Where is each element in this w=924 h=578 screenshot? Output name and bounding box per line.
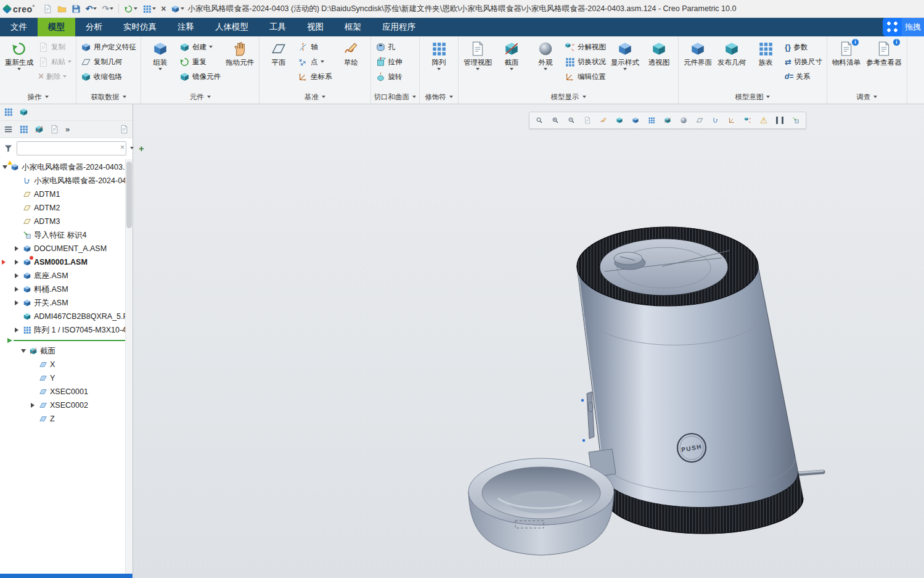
- bom-button[interactable]: 物料清单: [830, 38, 862, 67]
- insert-here-locator[interactable]: [7, 338, 129, 343]
- group-label-datum[interactable]: 基准: [263, 91, 367, 103]
- tab-analysis[interactable]: 分析: [75, 17, 113, 36]
- tree-item[interactable]: ADTM1: [0, 188, 133, 201]
- hole-button[interactable]: 孔: [374, 41, 404, 52]
- mirror-component-button[interactable]: 镜像元件: [178, 71, 222, 82]
- group-label-model-display[interactable]: 模型显示: [462, 91, 675, 103]
- datum-display-button[interactable]: [692, 114, 707, 127]
- tree-item[interactable]: Y: [0, 371, 133, 385]
- switch-status-button[interactable]: 切换状况: [563, 56, 607, 67]
- copy-button[interactable]: 复制: [37, 41, 73, 52]
- collapse-arrow-icon[interactable]: [2, 165, 8, 170]
- group-label-cut-surface[interactable]: 切口和曲面: [374, 91, 417, 103]
- drag-tool-widget[interactable]: 拖拽: [883, 17, 924, 36]
- saved-orientations-button[interactable]: [644, 114, 659, 127]
- sketch-button[interactable]: 草绘: [335, 38, 367, 67]
- manage-views-button[interactable]: 管理视图: [462, 38, 494, 70]
- reference-viewer-button[interactable]: 参考查看器: [864, 38, 904, 67]
- tab-manikin[interactable]: 人体模型: [205, 17, 259, 36]
- perspective-button[interactable]: 透视图: [643, 38, 675, 67]
- csys-button[interactable]: 坐标系: [296, 71, 333, 82]
- extrude-button[interactable]: 拉伸: [374, 56, 404, 67]
- tab-tools[interactable]: 工具: [259, 17, 296, 36]
- scrollbar-thumb[interactable]: [126, 162, 132, 228]
- expand-arrow-icon[interactable]: [15, 300, 20, 306]
- revolve-button[interactable]: 旋转: [374, 71, 404, 82]
- family-table-button[interactable]: 族表: [750, 38, 782, 67]
- create-component-button[interactable]: 创建: [178, 41, 222, 52]
- folder-browser-button[interactable]: [18, 106, 30, 118]
- warnings-button[interactable]: [756, 114, 771, 127]
- tab-framework[interactable]: 框架: [334, 17, 372, 36]
- tree-item[interactable]: XSEC0002: [0, 398, 133, 412]
- perspective-button[interactable]: [628, 114, 643, 127]
- model-3d-scene[interactable]: PUSH: [133, 104, 924, 578]
- assemble-button[interactable]: 组装: [144, 38, 176, 70]
- tree-item[interactable]: DOCUMENT_A.ASM: [0, 242, 133, 255]
- filter-button[interactable]: [2, 142, 14, 154]
- group-label-operations[interactable]: 操作: [3, 91, 73, 103]
- zoom-out-button[interactable]: [564, 114, 579, 127]
- regenerate-quick-button[interactable]: [122, 3, 139, 15]
- save-button[interactable]: [70, 3, 83, 15]
- tree-item[interactable]: ADTM3: [0, 215, 133, 228]
- drag-tool-label[interactable]: 拖拽: [902, 17, 924, 36]
- expand-arrow-icon[interactable]: [15, 287, 20, 292]
- refit-button[interactable]: [580, 114, 595, 127]
- collapse-arrow-icon[interactable]: [21, 349, 27, 354]
- parameters-button[interactable]: 参数: [783, 41, 824, 52]
- tree-item[interactable]: 开关.ASM: [0, 296, 133, 310]
- group-label-model-intent[interactable]: 模型意图: [682, 91, 824, 103]
- graphics-area[interactable]: PUSH: [133, 104, 924, 578]
- tree-display-options-button[interactable]: [33, 123, 45, 135]
- annotations-display-button[interactable]: [708, 114, 723, 127]
- group-label-get-data[interactable]: 获取数据: [80, 91, 137, 103]
- point-button[interactable]: 点: [296, 56, 333, 67]
- windows-button[interactable]: [141, 3, 158, 15]
- repeat-button[interactable]: 重复: [178, 56, 222, 67]
- model-display-button[interactable]: [169, 3, 186, 15]
- tree-item[interactable]: ADTM2: [0, 201, 133, 215]
- delete-button[interactable]: 删除: [37, 71, 73, 82]
- add-filter-button[interactable]: [137, 142, 145, 155]
- tab-live-simulation[interactable]: 实时仿真: [113, 17, 167, 36]
- capture-button[interactable]: [788, 114, 803, 127]
- redo-button[interactable]: [100, 2, 115, 15]
- model-lid[interactable]: [577, 227, 758, 306]
- shrinkwrap-button[interactable]: 收缩包络: [80, 71, 137, 82]
- expand-arrow-icon[interactable]: [15, 260, 20, 265]
- render-style-button[interactable]: [676, 114, 691, 127]
- edit-position-button[interactable]: 编辑位置: [563, 71, 607, 82]
- component-interface-button[interactable]: 元件界面: [682, 38, 714, 67]
- tree-settings-button[interactable]: [49, 123, 60, 135]
- pattern-button[interactable]: 阵列: [423, 38, 455, 70]
- drag-components-button[interactable]: 拖动元件: [224, 38, 256, 67]
- group-label-investigate[interactable]: 调查: [830, 91, 904, 103]
- 3d-dragger-button[interactable]: [740, 114, 755, 127]
- relations-button[interactable]: 关系: [783, 71, 824, 82]
- repaint-button[interactable]: [596, 114, 611, 127]
- tree-scrollbar[interactable]: [125, 159, 133, 574]
- tree-item[interactable]: 阵列 1 / ISO7045-M3X10-4.: [0, 323, 133, 337]
- model-tree-toggle-button[interactable]: [2, 106, 14, 118]
- tree-list-button[interactable]: [2, 123, 14, 135]
- tree-detach-button[interactable]: [118, 123, 130, 135]
- publish-geometry-button[interactable]: 发布几何: [716, 38, 748, 67]
- plane-button[interactable]: 平面: [263, 38, 295, 67]
- close-window-button[interactable]: [159, 2, 168, 15]
- zoom-in-button[interactable]: [548, 114, 563, 127]
- tree-filter-input[interactable]: [17, 141, 126, 155]
- expand-arrow-icon[interactable]: [31, 403, 36, 408]
- appearances-button[interactable]: 外观: [529, 38, 562, 70]
- group-label-modifiers[interactable]: 修饰符: [423, 91, 455, 103]
- tree-item[interactable]: Z: [0, 412, 133, 426]
- tab-model[interactable]: 模型: [38, 17, 75, 36]
- filter-dropdown-button[interactable]: [129, 146, 135, 151]
- tree-item[interactable]: XSEC0001: [0, 385, 133, 398]
- tree-item[interactable]: 导入特征 标识4: [0, 228, 133, 242]
- tree-item[interactable]: ADMI467CB2B8QXRA_5.P: [0, 310, 133, 323]
- tree-item[interactable]: 料桶.ASM: [0, 283, 133, 296]
- zoom-window-button[interactable]: [532, 114, 547, 127]
- display-style-button[interactable]: 显示样式: [609, 38, 641, 70]
- tab-annotate[interactable]: 注释: [167, 17, 205, 36]
